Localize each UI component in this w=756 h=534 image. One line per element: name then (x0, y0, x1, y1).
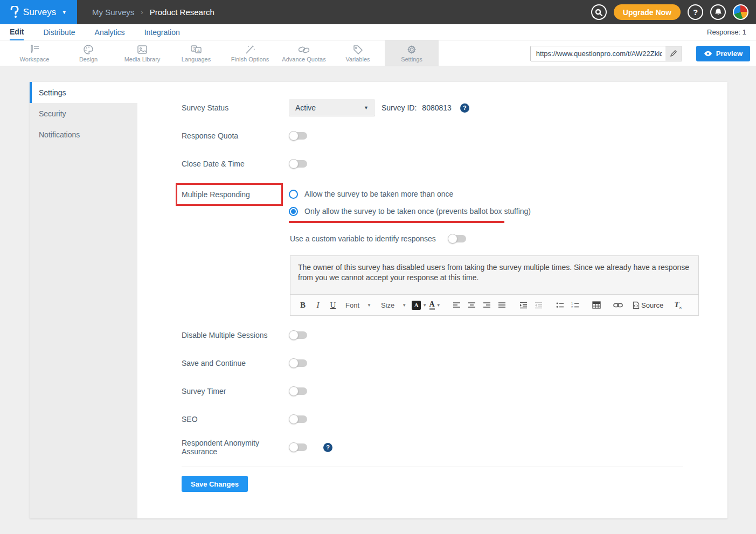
survey-status-label: Survey Status (182, 103, 289, 112)
settings-panel: Settings Security Notifications Survey S… (30, 82, 727, 518)
tab-distribute[interactable]: Distribute (43, 24, 75, 40)
pencil-icon (670, 50, 677, 57)
chevron-down-icon: ▼ (402, 303, 406, 308)
outdent-button[interactable] (531, 298, 545, 312)
font-dropdown[interactable]: Font ▼ (341, 298, 376, 312)
align-center-button[interactable] (464, 298, 478, 312)
app-logo-surveys-menu[interactable]: Surveys ▼ (0, 0, 77, 24)
disable-multiple-sessions-row: Disable Multiple Sessions (182, 327, 699, 344)
edit-url-button[interactable] (665, 46, 682, 61)
custom-variable-label: Use a custom variable to identify respon… (290, 234, 436, 243)
sidebar-item-notifications[interactable]: Notifications (30, 124, 137, 145)
response-count: Response: 1 (707, 28, 746, 36)
text-color-button[interactable]: A ▼ (428, 298, 442, 312)
top-header: Surveys ▼ My Surveys › Product Research … (0, 0, 756, 24)
settings-gear-icon (406, 44, 418, 55)
align-justify-icon (498, 302, 506, 309)
ribbon-item-design[interactable]: Design (61, 40, 115, 66)
indent-icon (519, 302, 528, 309)
breadcrumb-separator: › (141, 8, 143, 16)
ribbon-item-variables[interactable]: Variables (331, 40, 385, 66)
numbered-list-icon: 12 (571, 302, 579, 309)
underline-button[interactable]: U (326, 298, 340, 312)
notifications-button[interactable] (710, 4, 726, 20)
background-color-button[interactable]: A ▼ (412, 298, 427, 312)
search-button[interactable] (591, 4, 607, 20)
breadcrumb: My Surveys › Product Research (92, 8, 214, 17)
outdent-icon (535, 302, 543, 309)
survey-url-input[interactable] (531, 46, 665, 61)
remove-format-button[interactable]: T× (671, 298, 685, 312)
survey-id-help-button[interactable]: ? (460, 103, 469, 113)
eye-icon (704, 51, 712, 57)
upgrade-now-button[interactable]: Upgrade Now (614, 4, 681, 20)
insert-link-button[interactable] (611, 298, 625, 312)
survey-url-box (530, 46, 682, 61)
survey-timer-row: Survey Timer (182, 383, 699, 400)
tab-analytics[interactable]: Analytics (95, 24, 125, 40)
survey-status-dropdown[interactable]: Active ▼ (289, 99, 375, 116)
size-dropdown[interactable]: Size ▼ (377, 298, 411, 312)
divider (182, 467, 683, 467)
survey-status-row: Survey Status Active ▼ Survey ID: 808081… (182, 99, 699, 116)
workspace-icon (29, 44, 40, 55)
disable-multiple-sessions-toggle[interactable] (289, 331, 307, 339)
align-right-button[interactable] (480, 298, 494, 312)
seo-label: SEO (182, 415, 289, 424)
save-and-continue-toggle[interactable] (289, 359, 307, 367)
source-button[interactable]: Source (633, 298, 663, 312)
radio-option-allow-multiple[interactable]: Allow the survey to be taken more than o… (289, 185, 531, 203)
bulleted-list-button[interactable] (553, 298, 567, 312)
respondent-anonymity-help-button[interactable]: ? (323, 443, 332, 452)
italic-button[interactable]: I (311, 298, 325, 312)
indent-button[interactable] (516, 298, 530, 312)
breadcrumb-my-surveys[interactable]: My Surveys (92, 8, 134, 17)
media-library-icon (136, 44, 148, 55)
ribbon-item-languages[interactable]: 文 A Languages (169, 40, 223, 66)
custom-variable-row: Use a custom variable to identify respon… (290, 234, 699, 243)
ribbon-item-media-library[interactable]: Media Library (115, 40, 169, 66)
ribbon-item-finish-options[interactable]: Finish Options (223, 40, 277, 66)
editor-text-area[interactable]: The owner of this survey has disabled us… (290, 256, 698, 294)
close-date-label: Close Date & Time (182, 159, 289, 168)
chevron-down-icon: ▼ (436, 303, 441, 308)
annotation-red-box: Multiple Responding (176, 183, 283, 206)
close-date-toggle[interactable] (289, 160, 307, 168)
annotation-red-underline (289, 221, 504, 223)
sidebar-item-settings[interactable]: Settings (30, 82, 137, 103)
ribbon-item-workspace[interactable]: Workspace (8, 40, 61, 66)
seo-toggle[interactable] (289, 415, 307, 423)
custom-variable-toggle[interactable] (448, 235, 466, 242)
respondent-anonymity-toggle[interactable] (289, 443, 307, 451)
response-quota-toggle[interactable] (289, 132, 307, 140)
avatar[interactable] (733, 4, 748, 20)
svg-text:A: A (197, 48, 200, 53)
bold-button[interactable]: B (296, 298, 310, 312)
align-left-button[interactable] (449, 298, 463, 312)
svg-text:文: 文 (193, 46, 197, 51)
survey-timer-toggle[interactable] (289, 387, 307, 395)
ribbon-item-advance-quotas[interactable]: Advance Quotas (277, 40, 331, 66)
respondent-anonymity-label: Respondent Anonymity Assurance (182, 439, 289, 456)
help-icon: ? (326, 444, 330, 450)
ribbon-item-settings[interactable]: Settings (385, 40, 439, 66)
radio-selected-icon (289, 207, 298, 216)
product-name: Surveys (23, 7, 56, 18)
chevron-down-icon: ▼ (364, 105, 369, 110)
respondent-anonymity-row: Respondent Anonymity Assurance ? (182, 439, 699, 456)
help-icon: ? (463, 105, 467, 111)
help-button[interactable]: ? (688, 4, 703, 20)
bulleted-list-icon (556, 302, 564, 309)
questionpro-logo-icon (10, 6, 19, 19)
tab-integration[interactable]: Integration (144, 24, 180, 40)
save-changes-button[interactable]: Save Changes (182, 476, 248, 492)
numbered-list-button[interactable]: 12 (568, 298, 582, 312)
svg-text:2: 2 (571, 306, 573, 309)
insert-table-button[interactable] (589, 298, 604, 312)
radio-option-only-once[interactable]: Only allow the survey to be taken once (… (289, 203, 531, 220)
sidebar-item-security[interactable]: Security (30, 103, 137, 124)
align-justify-button[interactable] (495, 298, 509, 312)
save-and-continue-row: Save and Continue (182, 355, 699, 372)
tab-edit[interactable]: Edit (10, 24, 24, 40)
preview-button[interactable]: Preview (696, 46, 750, 61)
